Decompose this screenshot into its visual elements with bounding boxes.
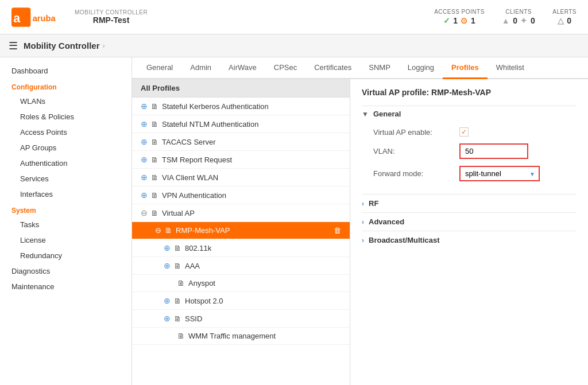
sidebar-item-redundancy[interactable]: Redundancy — [0, 248, 131, 263]
file-icon: 🗎 — [151, 102, 158, 111]
list-item[interactable]: ⊕ 🗎 TACACS Server — [132, 133, 350, 151]
tab-certificates[interactable]: Certificates — [305, 57, 360, 79]
hamburger-icon[interactable]: ☰ — [9, 40, 18, 52]
form-row-virtual-ap-enable: Virtual AP enable: ✓ — [373, 127, 565, 137]
add-icon: ⊕ — [141, 119, 148, 129]
profile-label: Stateful Kerberos Authentication — [162, 102, 269, 111]
virtual-ap-enable-checkbox[interactable]: ✓ — [459, 127, 469, 137]
profile-label: SSID — [185, 314, 202, 323]
clients-user-icon: ✦ — [520, 16, 528, 25]
sidebar-section-configuration[interactable]: Configuration — [0, 79, 131, 94]
sidebar-item-access-points[interactable]: Access Points — [0, 125, 131, 140]
chevron-right-icon: › — [362, 200, 364, 208]
tab-profiles[interactable]: Profiles — [443, 57, 488, 79]
alerts-stat: ALERTS △ 0 — [552, 9, 577, 25]
sidebar-item-license[interactable]: License — [0, 232, 131, 248]
content-area: General Admin AirWave CPSec Certificates… — [132, 57, 588, 385]
ap-profile-panel: Virtual AP profile: RMP-Mesh-VAP ▼ Gener… — [350, 79, 588, 385]
sidebar-item-authentication[interactable]: Authentication — [0, 155, 131, 171]
tab-airwave[interactable]: AirWave — [220, 57, 265, 79]
vlan-input[interactable] — [459, 143, 528, 159]
chevron-down-icon: ▼ — [362, 110, 369, 118]
ap-green-count: 1 — [453, 16, 458, 25]
section-broadcast-header[interactable]: › Broadcast/Multicast — [362, 231, 577, 249]
add-icon: ⊕ — [141, 190, 148, 200]
list-item-active[interactable]: ⊖ 🗎 RMP-Mesh-VAP 🗑 — [132, 222, 350, 239]
profile-label: Stateful NTLM Authentication — [162, 120, 258, 129]
sidebar-item-tasks[interactable]: Tasks — [0, 217, 131, 232]
add-icon: ⊕ — [164, 314, 171, 323]
add-icon: ⊕ — [164, 243, 171, 252]
section-rf-header[interactable]: › RF — [362, 194, 577, 212]
add-icon: ⊕ — [164, 296, 171, 305]
list-item[interactable]: ⊕ 🗎 AAA — [132, 257, 350, 275]
tab-snmp[interactable]: SNMP — [360, 57, 399, 79]
file-icon: 🗎 — [151, 120, 158, 129]
chevron-right-icon: › — [362, 218, 364, 226]
tab-bar: General Admin AirWave CPSec Certificates… — [132, 57, 588, 79]
alert-icon: △ — [558, 16, 564, 25]
sidebar-item-dashboard[interactable]: Dashboard — [0, 63, 131, 79]
sidebar-item-services[interactable]: Services — [0, 171, 131, 186]
sidebar-item-roles-policies[interactable]: Roles & Policies — [0, 109, 131, 125]
list-item[interactable]: ⊕ 🗎 VPN Authentication — [132, 186, 350, 204]
file-icon: 🗎 — [174, 244, 181, 252]
add-icon: ⊕ — [141, 173, 148, 182]
list-item[interactable]: ⊕ 🗎 TSM Report Request — [132, 151, 350, 169]
form-row-vlan: VLAN: — [373, 143, 565, 159]
sidebar-section-system[interactable]: System — [0, 202, 131, 217]
section-rf-label: RF — [369, 199, 378, 208]
tab-logging[interactable]: Logging — [399, 57, 443, 79]
nav-bar: ☰ Mobility Controller › — [0, 34, 588, 57]
profile-label: Virtual AP — [162, 209, 195, 217]
list-item[interactable]: 🗎 Anyspot — [132, 275, 350, 292]
file-icon: 🗎 — [177, 279, 185, 287]
profile-label: Anyspot — [188, 279, 215, 287]
sidebar: Dashboard Configuration WLANs Roles & Po… — [0, 57, 132, 385]
access-points-stat: ACCESS POINTS ✓ 1 ⊙ 1 — [434, 9, 485, 25]
tab-cpsec[interactable]: CPSec — [265, 57, 305, 79]
list-item[interactable]: ⊕ 🗎 VIA Client WLAN — [132, 169, 350, 186]
forward-mode-select[interactable]: split-tunnel tunnel bridge split-bridge … — [459, 166, 540, 181]
svg-text:a: a — [13, 11, 20, 25]
alerts-label: ALERTS — [552, 9, 577, 15]
controller-info: MOBILITY CONTROLLER RMP-Test — [75, 9, 148, 25]
list-item[interactable]: ⊕ 🗎 Stateful Kerberos Authentication — [132, 98, 350, 115]
sidebar-item-wlans[interactable]: WLANs — [0, 94, 131, 109]
forward-mode-label: Forward mode: — [373, 169, 448, 178]
sidebar-item-diagnostics[interactable]: Diagnostics — [0, 263, 131, 279]
vlan-label: VLAN: — [373, 147, 448, 155]
ap-orange-count: 1 — [471, 16, 475, 25]
section-broadcast-label: Broadcast/Multicast — [369, 236, 440, 244]
delete-icon[interactable]: 🗑 — [334, 226, 341, 235]
tab-admin[interactable]: Admin — [181, 57, 220, 79]
sidebar-item-maintenance[interactable]: Maintenance — [0, 279, 131, 294]
tab-general[interactable]: General — [138, 57, 181, 79]
file-icon: 🗎 — [151, 155, 158, 164]
list-item[interactable]: ⊕ 🗎 Stateful NTLM Authentication — [132, 115, 350, 133]
forward-mode-select-wrapper: split-tunnel tunnel bridge split-bridge … — [459, 166, 540, 181]
list-item[interactable]: ⊖ 🗎 Virtual AP — [132, 204, 350, 222]
sidebar-item-ap-groups[interactable]: AP Groups — [0, 140, 131, 155]
add-icon: ⊕ — [141, 102, 148, 111]
file-icon: 🗎 — [151, 209, 158, 217]
file-icon: 🗎 — [151, 173, 158, 182]
add-icon: ⊕ — [141, 155, 148, 164]
list-item[interactable]: 🗎 WMM Traffic management — [132, 328, 350, 345]
ap-ok-icon: ✓ — [443, 16, 451, 25]
list-item[interactable]: ⊕ 🗎 Hotspot 2.0 — [132, 292, 350, 310]
main-layout: Dashboard Configuration WLANs Roles & Po… — [0, 57, 588, 385]
profile-label: VIA Client WLAN — [162, 173, 218, 182]
sidebar-item-interfaces[interactable]: Interfaces — [0, 186, 131, 202]
nav-arrow-icon: › — [103, 41, 105, 50]
section-advanced-header[interactable]: › Advanced — [362, 212, 577, 231]
tab-whitelist[interactable]: Whitelist — [488, 57, 533, 79]
list-item[interactable]: ⊕ 🗎 SSID — [132, 310, 350, 328]
clients-wifi-count: 0 — [513, 16, 517, 25]
nav-title: Mobility Controller — [24, 41, 100, 50]
form-row-forward-mode: Forward mode: split-tunnel tunnel bridge… — [373, 166, 565, 181]
file-icon: 🗎 — [174, 262, 181, 270]
section-general-header[interactable]: ▼ General — [362, 106, 577, 122]
list-item[interactable]: ⊕ 🗎 802.11k — [132, 239, 350, 257]
profile-label: AAA — [185, 262, 200, 270]
